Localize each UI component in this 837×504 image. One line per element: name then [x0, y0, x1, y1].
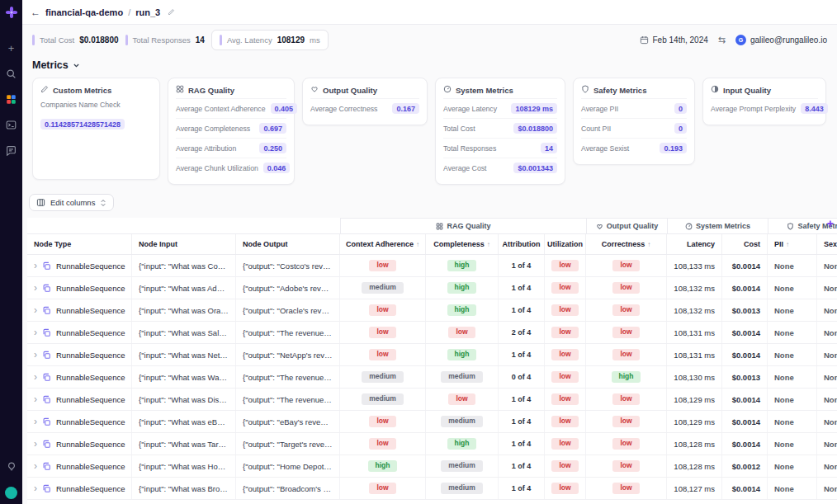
- expand-chevron-icon[interactable]: ›: [34, 484, 37, 492]
- edit-run-name-icon[interactable]: [167, 8, 175, 16]
- context-adherence-cell: high: [340, 455, 426, 477]
- col-cost[interactable]: Cost: [722, 234, 768, 254]
- expand-chevron-icon[interactable]: ›: [34, 462, 37, 470]
- table-row[interactable]: › RunnableSequence {"input": "What was T…: [27, 433, 837, 455]
- col-pii[interactable]: PII↑: [768, 234, 817, 254]
- table-toolbar: Edit columns: [22, 185, 837, 218]
- lightbulb-icon[interactable]: [4, 459, 18, 473]
- correctness-cell: low: [586, 411, 667, 432]
- rating-badge: low: [369, 327, 395, 337]
- metrics-section-title: Metrics: [32, 59, 69, 71]
- col-sexist[interactable]: Sexist: [817, 234, 837, 254]
- metric-row: Companies Name Check 0.11428571428571428: [40, 98, 152, 130]
- expand-chevron-icon[interactable]: ›: [34, 395, 37, 403]
- node-type-cell: › RunnableSequence: [27, 411, 132, 432]
- feedback-icon[interactable]: [4, 144, 18, 158]
- back-arrow-icon[interactable]: ←: [31, 7, 40, 18]
- copy-node-icon[interactable]: [42, 306, 51, 315]
- copy-node-icon[interactable]: [42, 484, 51, 493]
- rating-badge: low: [448, 393, 475, 404]
- completeness-cell: medium: [426, 411, 499, 432]
- topbar: ← financial-qa-demo / run_3: [22, 0, 837, 25]
- rating-badge: low: [369, 260, 395, 271]
- attribution-cell: 1 of 4: [499, 277, 545, 299]
- copy-node-icon[interactable]: [42, 261, 51, 271]
- copy-node-icon[interactable]: [42, 440, 51, 449]
- calendar-icon: [640, 35, 649, 45]
- col-completeness[interactable]: Completeness↑: [426, 234, 499, 254]
- expand-chevron-icon[interactable]: ›: [34, 373, 37, 381]
- metric-row: Total Cost$0.018800: [443, 118, 557, 138]
- stat-accent: [220, 35, 222, 45]
- search-icon[interactable]: [4, 67, 18, 81]
- copy-node-icon[interactable]: [42, 373, 51, 382]
- utilization-cell: low: [545, 455, 586, 477]
- rating-badge: low: [612, 393, 639, 404]
- latency-cell: 108,133 ms: [667, 255, 722, 276]
- table-row[interactable]: › RunnableSequence {"input": "What was O…: [27, 299, 837, 322]
- user-menu[interactable]: G galileo@rungalileo.io: [735, 35, 827, 45]
- copy-node-icon[interactable]: [42, 351, 51, 360]
- rating-badge: low: [612, 460, 639, 471]
- rating-badge: low: [551, 260, 578, 271]
- node-output-cell: {"output": "The revenue for Wal...: [236, 366, 340, 388]
- attribution-cell: 1 of 4: [499, 255, 545, 276]
- table-row[interactable]: › RunnableSequence {"input": "What was N…: [27, 344, 837, 366]
- edit-columns-button[interactable]: Edit columns: [29, 194, 114, 211]
- node-input-cell: {"input": "What was Home Dep...: [132, 455, 236, 477]
- node-output-cell: {"output": "The revenue for Sal...: [236, 322, 340, 343]
- copy-node-icon[interactable]: [42, 284, 51, 293]
- copy-node-icon[interactable]: [42, 417, 51, 426]
- create-new-button[interactable]: +: [4, 41, 18, 55]
- breadcrumb-project[interactable]: financial-qa-demo: [45, 7, 123, 17]
- table-row[interactable]: › RunnableSequence {"input": "What was C…: [27, 255, 837, 277]
- col-latency[interactable]: Latency: [667, 234, 722, 254]
- col-correctness[interactable]: Correctness↑: [586, 234, 667, 254]
- galileo-logo-icon[interactable]: [5, 6, 18, 22]
- console-icon[interactable]: [4, 118, 18, 132]
- node-type-cell: › RunnableSequence: [27, 344, 132, 365]
- rating-badge: low: [369, 304, 395, 315]
- table-row[interactable]: › RunnableSequence {"input": "What was e…: [27, 411, 837, 433]
- col-node-type[interactable]: Node Type: [27, 234, 132, 254]
- rating-badge: low: [551, 304, 578, 315]
- cost-cell: $0.0013: [722, 299, 768, 321]
- rating-badge: high: [447, 349, 477, 360]
- modules-icon[interactable]: [4, 92, 18, 106]
- expand-chevron-icon[interactable]: ›: [34, 417, 37, 426]
- node-output-cell: {"output": "The revenue for Dis...: [236, 389, 340, 410]
- copy-node-icon[interactable]: [42, 328, 51, 337]
- compare-runs-icon[interactable]: ⇆: [718, 35, 726, 45]
- expand-chevron-icon[interactable]: ›: [34, 306, 37, 314]
- table-row[interactable]: › RunnableSequence {"input": "What was S…: [27, 322, 837, 344]
- node-type-cell: › RunnableSequence: [27, 299, 132, 321]
- node-input-cell: {"input": "What was Oracle's re...: [132, 299, 236, 321]
- table-row[interactable]: › RunnableSequence {"input": "What was H…: [27, 455, 837, 478]
- node-input-cell: {"input": "What was Target's re...: [132, 433, 236, 455]
- add-column-button[interactable]: +: [827, 218, 834, 229]
- correctness-cell: low: [586, 255, 667, 276]
- expand-chevron-icon[interactable]: ›: [34, 351, 37, 359]
- attribution-cell: 1 of 4: [499, 344, 545, 365]
- expand-chevron-icon[interactable]: ›: [34, 261, 37, 270]
- col-node-output[interactable]: Node Output: [236, 234, 340, 254]
- table-row[interactable]: › RunnableSequence {"input": "What was B…: [27, 478, 837, 500]
- col-attribution[interactable]: Attribution: [499, 234, 545, 254]
- metrics-section-toggle[interactable]: Metrics: [22, 54, 837, 78]
- table-row[interactable]: › RunnableSequence {"input": "What was A…: [27, 277, 837, 299]
- utilization-cell: low: [545, 433, 586, 455]
- node-type-cell: › RunnableSequence: [27, 255, 132, 276]
- copy-node-icon[interactable]: [42, 462, 51, 471]
- copy-node-icon[interactable]: [42, 395, 51, 404]
- table-row[interactable]: › RunnableSequence {"input": "What was W…: [27, 366, 837, 389]
- table-row[interactable]: › RunnableSequence {"input": "What was D…: [27, 389, 837, 411]
- col-context-adherence[interactable]: Context Adherence↑: [340, 234, 426, 254]
- expand-chevron-icon[interactable]: ›: [34, 440, 37, 448]
- col-node-input[interactable]: Node Input: [132, 234, 236, 254]
- expand-chevron-icon[interactable]: ›: [34, 284, 37, 292]
- expand-chevron-icon[interactable]: ›: [34, 328, 37, 337]
- support-chat-button[interactable]: [5, 487, 17, 499]
- utilization-cell: low: [545, 299, 586, 321]
- col-utilization[interactable]: Utilization: [545, 234, 586, 254]
- latency-cell: 108,129 ms: [667, 411, 722, 432]
